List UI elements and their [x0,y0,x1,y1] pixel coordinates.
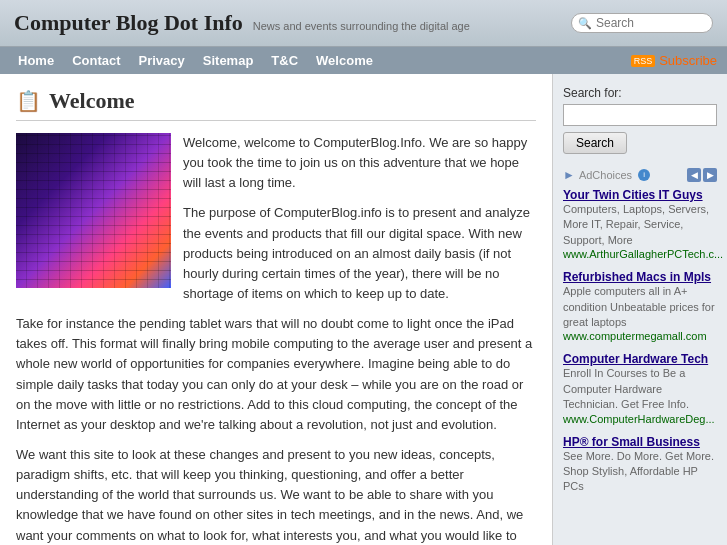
search-icon: 🔍 [578,17,592,30]
ad-title-0[interactable]: Your Twin Cities IT Guys [563,188,717,202]
article-para-1: The purpose of ComputerBlog.info is to p… [183,203,536,304]
nav-item-privacy[interactable]: Privacy [131,51,193,70]
article-first-text: Welcome, welcome to ComputerBlog.Info. W… [183,133,536,304]
site-tagline: News and events surrounding the digital … [253,20,470,32]
nav-item-sitemap[interactable]: Sitemap [195,51,262,70]
page-title-row: 📋 Welcome [16,88,536,121]
subscribe-label: Subscribe [659,53,717,68]
header-right: 🔍 [571,13,713,33]
sidebar: Search for: Search ► AdChoices i ◀ ▶ You… [552,74,727,545]
sidebar-search-button[interactable]: Search [563,132,627,154]
ad-choices-icon: i [638,169,650,181]
ad-title-1[interactable]: Refurbished Macs in Mpls [563,270,717,284]
ad-next-arrow[interactable]: ▶ [703,168,717,182]
content-area: 📋 Welcome Welcome, welcome to ComputerBl… [0,74,552,545]
nav-item-home[interactable]: Home [10,51,62,70]
header-search-input[interactable] [596,16,706,30]
article-para-0: Welcome, welcome to ComputerBlog.Info. W… [183,133,536,193]
rss-icon: RSS [631,55,656,67]
sidebar-search-input[interactable] [563,104,717,126]
main-layout: 📋 Welcome Welcome, welcome to ComputerBl… [0,74,727,545]
ad-choices-label: AdChoices [579,169,632,181]
ad-entry-1: Refurbished Macs in Mpls Apple computers… [563,270,717,342]
article-para-2: Take for instance the pending tablet war… [16,314,536,435]
nav-item-contact[interactable]: Contact [64,51,128,70]
article-rest: Take for instance the pending tablet war… [16,314,536,545]
article-image [16,133,171,288]
nav-item-welcome[interactable]: Welcome [308,51,381,70]
nav-bar: Home Contact Privacy Sitemap T&C Welcome… [0,47,727,74]
ad-entry-0: Your Twin Cities IT Guys Computers, Lapt… [563,188,717,260]
ad-header: ► AdChoices i ◀ ▶ [563,168,717,182]
ad-desc-1: Apple computers all in A+ condition Unbe… [563,284,717,330]
ad-title-3[interactable]: HP® for Small Business [563,435,717,449]
ad-desc-3: See More. Do More. Get More. Shop Stylis… [563,449,717,495]
article-para-3: We want this site to look at these chang… [16,445,536,545]
ad-prev-arrow[interactable]: ◀ [687,168,701,182]
subscribe-button[interactable]: RSS Subscribe [631,53,717,68]
ad-entry-3: HP® for Small Business See More. Do More… [563,435,717,495]
article-top: Welcome, welcome to ComputerBlog.Info. W… [16,133,536,304]
header: Computer Blog Dot Info News and events s… [0,0,727,47]
ad-desc-2: Enroll In Courses to Be a Computer Hardw… [563,366,717,412]
ad-bullet-icon: ► [563,168,575,182]
ad-title-2[interactable]: Computer Hardware Tech [563,352,717,366]
sidebar-search-label: Search for: [563,86,717,100]
ad-desc-0: Computers, Laptops, Servers, More IT, Re… [563,202,717,248]
ad-section: ► AdChoices i ◀ ▶ Your Twin Cities IT Gu… [563,168,717,495]
page-title: Welcome [49,88,135,114]
header-search-box[interactable]: 🔍 [571,13,713,33]
nav-item-tandc[interactable]: T&C [263,51,306,70]
ad-url-0: www.ArthurGallagherPCTech.c... [563,248,717,260]
ad-entry-2: Computer Hardware Tech Enroll In Courses… [563,352,717,424]
ad-nav-arrows: ◀ ▶ [687,168,717,182]
site-title: Computer Blog Dot Info [14,10,243,36]
ad-url-2: www.ComputerHardwareDeg... [563,413,717,425]
header-left: Computer Blog Dot Info News and events s… [14,10,470,36]
page-icon: 📋 [16,89,41,113]
ad-url-1: www.computermegamall.com [563,330,717,342]
